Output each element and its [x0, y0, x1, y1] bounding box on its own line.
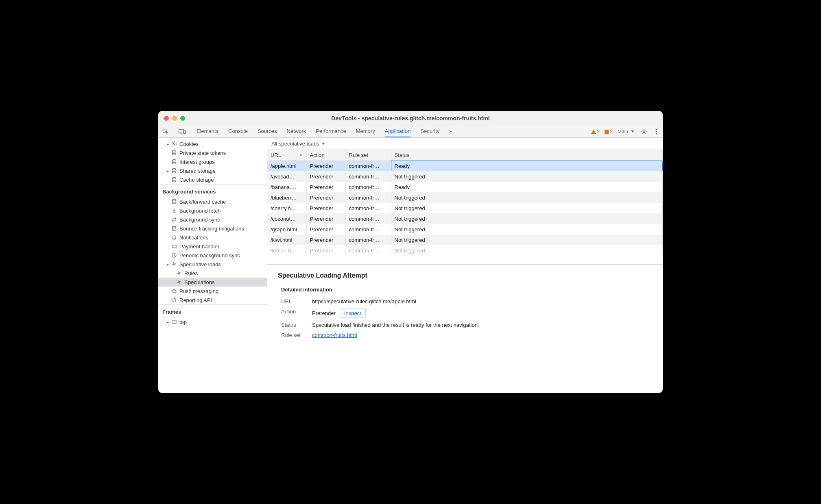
- details-label-url: URL: [281, 298, 306, 304]
- tab-application[interactable]: Application: [385, 126, 411, 137]
- cell-url: /coconut…: [267, 213, 306, 224]
- minimize-window-button[interactable]: [172, 116, 177, 121]
- svg-point-15: [172, 200, 176, 201]
- database-icon: [170, 159, 178, 165]
- database-icon: [170, 168, 178, 174]
- database-icon: [170, 177, 178, 182]
- col-header-url[interactable]: URL ▲: [267, 150, 306, 161]
- table-row[interactable]: /avocad…Prerendercommon-fr…Not triggered: [267, 171, 663, 182]
- bell-icon: [170, 235, 178, 240]
- inspect-element-icon[interactable]: [161, 126, 170, 137]
- table-row[interactable]: /cherry.h…Prerendercommon-fr…Not trigger…: [267, 203, 663, 213]
- tabs-overflow[interactable]: »: [449, 126, 452, 137]
- sidebar-item-bfcache[interactable]: Back/forward cache: [158, 197, 267, 206]
- table-row[interactable]: /banana.…Prerendercommon-fr…Ready: [267, 182, 663, 192]
- svg-rect-1: [179, 129, 184, 133]
- main-panel: All speculative loads URL: [267, 138, 663, 393]
- table-row[interactable]: /lemon.h…Prerendercommon-fr…Not triggere…: [267, 245, 663, 256]
- table-row[interactable]: /kiwi.htmlPrerendercommon-fr…Not trigger…: [267, 235, 663, 245]
- issues-badge[interactable]: 2: [605, 129, 613, 135]
- cloud-icon: [170, 288, 178, 294]
- ruleset-link[interactable]: common-fruits.html: [312, 332, 357, 338]
- table-row[interactable]: /apple.htmlPrerendercommon-fr…Ready: [267, 161, 663, 171]
- sidebar-item-label: Background sync: [179, 217, 220, 223]
- cell-action: Prerender: [306, 235, 345, 245]
- cell-url: /avocad…: [267, 171, 306, 182]
- sidebar-section-frames: Frames: [158, 304, 267, 317]
- device-toolbar-icon[interactable]: [177, 126, 188, 137]
- details-label-status: Status: [281, 322, 306, 328]
- application-sidebar: ▸ Cookies Private state tokens: [158, 138, 267, 393]
- table-row[interactable]: /coconut…Prerendercommon-fr…Not triggere…: [267, 213, 663, 224]
- table-row[interactable]: /blueberr…Prerendercommon-fr…Not trigger…: [267, 192, 663, 203]
- tab-security[interactable]: Security: [420, 126, 439, 137]
- zoom-window-button[interactable]: [180, 116, 185, 121]
- table-row[interactable]: /grape.htmlPrerendercommon-fr…Not trigge…: [267, 224, 663, 235]
- cell-ruleset: common-fr…: [345, 171, 391, 182]
- tab-console[interactable]: Console: [228, 126, 248, 137]
- clock-icon: [170, 252, 178, 258]
- devtools-window: DevTools - speculative-rules.glitch.me/c…: [158, 111, 663, 393]
- details-value-url: https://speculative-rules.glitch.me/appl…: [312, 298, 652, 304]
- warning-icon: [591, 130, 596, 134]
- tab-elements[interactable]: Elements: [197, 126, 218, 137]
- sidebar-item-reporting-api[interactable]: Reporting API: [158, 295, 267, 304]
- cell-status: Not triggered: [391, 192, 663, 203]
- tab-network[interactable]: Network: [287, 126, 306, 137]
- svg-point-13: [172, 169, 176, 170]
- warnings-badge[interactable]: 2: [591, 129, 600, 135]
- close-window-button[interactable]: [164, 116, 169, 121]
- sidebar-item-private-state-tokens[interactable]: Private state tokens: [158, 148, 267, 157]
- cell-status: Not triggered: [391, 224, 663, 235]
- cell-ruleset: common-fr…: [345, 203, 391, 213]
- target-selector[interactable]: Main: [618, 129, 634, 135]
- tab-memory[interactable]: Memory: [356, 126, 375, 137]
- tab-sources[interactable]: Sources: [258, 126, 277, 137]
- more-button[interactable]: [654, 128, 659, 135]
- sidebar-item-push-messaging[interactable]: Push messaging: [158, 287, 267, 295]
- inspect-button[interactable]: Inspect: [340, 308, 366, 318]
- filter-label: All speculative loads: [271, 141, 319, 147]
- cell-action: Prerender: [306, 171, 345, 182]
- svg-point-7: [656, 133, 657, 135]
- sidebar-item-frame-top[interactable]: ▸ top: [158, 317, 267, 326]
- traffic-lights: [158, 116, 185, 121]
- cell-url: /banana.…: [267, 182, 306, 192]
- svg-point-16: [172, 226, 176, 228]
- sidebar-item-interest-groups[interactable]: Interest groups: [158, 157, 267, 166]
- col-header-status[interactable]: Status: [391, 150, 663, 161]
- sidebar-item-label: Speculations: [184, 279, 214, 285]
- sidebar-item-speculations[interactable]: Speculations: [158, 278, 267, 287]
- cell-ruleset: common-fr…: [345, 224, 391, 235]
- sidebar-item-speculative-rules[interactable]: Rules: [158, 269, 267, 278]
- cell-status: Not triggered: [391, 203, 663, 213]
- svg-point-14: [172, 178, 176, 179]
- sidebar-item-cache-storage[interactable]: Cache storage: [158, 175, 267, 184]
- sidebar-item-bounce-tracking[interactable]: Bounce tracking mitigations: [158, 224, 267, 233]
- settings-button[interactable]: [639, 128, 649, 135]
- cell-ruleset: common-fr…: [345, 235, 391, 245]
- sidebar-item-speculative-loads[interactable]: ▾ Speculative loads: [158, 260, 267, 269]
- sidebar-item-payment-handler[interactable]: Payment handler: [158, 242, 267, 251]
- col-header-ruleset[interactable]: Rule set: [345, 150, 391, 161]
- cell-status: Ready: [391, 182, 663, 192]
- cell-ruleset: common-fr…: [345, 213, 391, 224]
- cookie-icon: [170, 141, 178, 147]
- tab-performance[interactable]: Performance: [316, 126, 346, 137]
- speculative-icon: [175, 279, 183, 285]
- sidebar-item-notifications[interactable]: Notifications: [158, 233, 267, 242]
- details-heading: Speculative Loading Attempt: [278, 272, 652, 279]
- sidebar-item-shared-storage[interactable]: ▸ Shared storage: [158, 166, 267, 175]
- sidebar-item-background-sync[interactable]: Background sync: [158, 215, 267, 224]
- sidebar-item-background-fetch[interactable]: Background fetch: [158, 206, 267, 215]
- cell-action: Prerender: [306, 224, 345, 235]
- card-icon: [170, 243, 178, 249]
- col-header-action[interactable]: Action: [306, 150, 345, 161]
- details-value-status: Speculative load finished and the result…: [312, 322, 652, 328]
- sidebar-item-cookies[interactable]: ▸ Cookies: [158, 139, 267, 148]
- speculative-filter-dropdown[interactable]: All speculative loads: [271, 141, 325, 147]
- sidebar-item-label: Rules: [184, 270, 198, 276]
- sidebar-item-label: Reporting API: [179, 297, 212, 303]
- sidebar-item-periodic-sync[interactable]: Periodic background sync: [158, 251, 267, 260]
- cell-action: Prerender: [306, 182, 345, 192]
